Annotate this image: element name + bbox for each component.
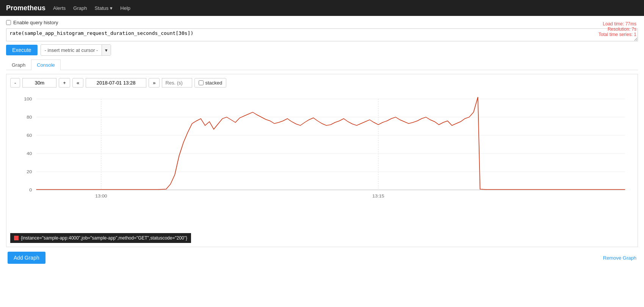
load-time-info: Load time: 77ms Resolution: 7s Total tim…: [599, 21, 636, 37]
svg-text:13:00: 13:00: [95, 194, 107, 199]
duration-input[interactable]: [22, 78, 56, 88]
chart-svg: 100 80 60 40 20 0 13:00 13:15: [10, 91, 634, 232]
tab-graph[interactable]: Graph: [6, 60, 31, 70]
navbar-help[interactable]: Help: [120, 5, 130, 11]
remove-graph-button[interactable]: Remove Graph: [603, 255, 636, 261]
query-textarea[interactable]: rate(sample_app_histogram_request_durati…: [6, 28, 638, 41]
tab-console[interactable]: Console: [31, 60, 61, 70]
time-back-button[interactable]: «: [72, 78, 83, 88]
add-graph-button[interactable]: Add Graph: [8, 252, 45, 264]
query-history-checkbox[interactable]: [6, 20, 11, 25]
resolution-input[interactable]: [162, 78, 192, 88]
main-content: Enable query history rate(sample_app_his…: [0, 16, 644, 272]
svg-text:100: 100: [24, 97, 32, 102]
duration-minus-button[interactable]: -: [10, 78, 20, 88]
total-series: Total time series: 1: [599, 32, 636, 37]
chart-legend: {instance="sample-app:4000",job="sample-…: [10, 233, 191, 243]
graph-panel: - + « » stacked 100 80: [6, 74, 638, 247]
svg-text:0: 0: [29, 188, 32, 193]
chart-line: [36, 97, 625, 190]
execute-button[interactable]: Execute: [6, 45, 38, 55]
resolution-info: Resolution: 7s: [599, 27, 636, 32]
legend-text: {instance="sample-app:4000",job="sample-…: [21, 235, 187, 241]
graph-controls: - + « » stacked: [10, 78, 634, 88]
svg-text:20: 20: [27, 169, 32, 174]
metric-dropdown-arrow[interactable]: ▾: [102, 45, 111, 55]
bottom-bar: Add Graph Remove Graph: [6, 247, 638, 268]
svg-text:60: 60: [27, 133, 32, 138]
query-history-row: Enable query history: [6, 20, 638, 25]
navbar: Prometheus Alerts Graph Status ▾ Help: [0, 0, 644, 16]
chart-container: 100 80 60 40 20 0 13:00 13:15: [10, 91, 634, 232]
legend-color-swatch: [14, 236, 19, 240]
stacked-label: stacked: [205, 80, 222, 86]
chevron-down-icon: ▾: [110, 5, 113, 11]
stacked-checkbox[interactable]: [199, 80, 204, 85]
navbar-graph[interactable]: Graph: [73, 5, 87, 11]
query-row: rate(sample_app_histogram_request_durati…: [6, 28, 638, 41]
navbar-brand: Prometheus: [6, 4, 45, 12]
duration-plus-button[interactable]: +: [59, 78, 70, 88]
svg-text:13:15: 13:15: [372, 194, 384, 199]
chevron-down-icon: ▾: [105, 47, 108, 53]
navbar-status[interactable]: Status ▾: [94, 5, 113, 11]
metric-dropdown[interactable]: - insert metric at cursor - ▾: [41, 44, 111, 56]
metric-dropdown-text: - insert metric at cursor -: [41, 47, 102, 53]
datetime-input[interactable]: [86, 78, 146, 88]
stacked-toggle[interactable]: stacked: [194, 78, 226, 88]
svg-text:40: 40: [27, 151, 32, 156]
query-history-label[interactable]: Enable query history: [13, 20, 58, 25]
tabs-container: Graph Console: [6, 60, 638, 70]
execute-row: Execute - insert metric at cursor - ▾: [6, 44, 638, 56]
navbar-alerts[interactable]: Alerts: [53, 5, 66, 11]
load-time: Load time: 77ms: [599, 21, 636, 27]
svg-text:80: 80: [27, 115, 32, 120]
time-forward-button[interactable]: »: [149, 78, 160, 88]
